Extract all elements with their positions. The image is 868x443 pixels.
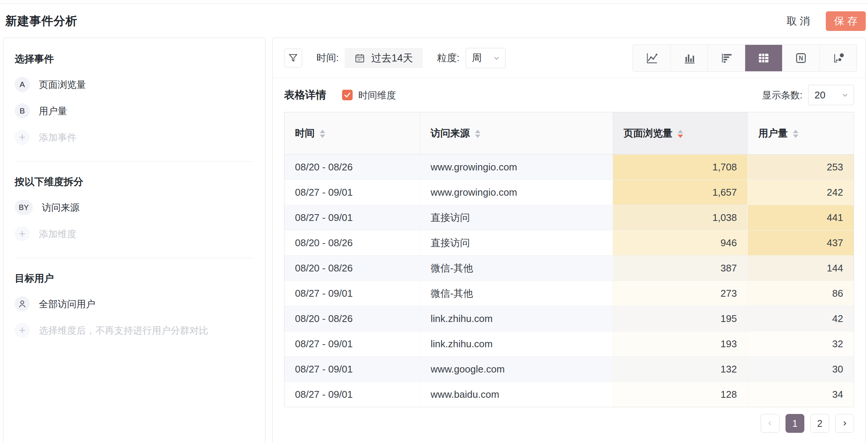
- table-row: 08/20 - 08/26微信-其他387144: [284, 256, 854, 281]
- data-table: 时间访问来源页面浏览量用户量 08/20 - 08/26www.growingi…: [284, 112, 854, 407]
- event-item-b[interactable]: B 用户量: [15, 103, 254, 118]
- cell: 195: [613, 306, 748, 331]
- add-user-segment-button[interactable]: + 选择维度后，不再支持进行用户分群对比: [15, 323, 254, 338]
- topbar: 新建事件分析 取消 保存: [0, 0, 868, 38]
- content: 选择事件 A 页面浏览量 B 用户量 + 添加事件 按以下维度拆分 BY 访问来…: [0, 38, 868, 443]
- cell: 08/20 - 08/26: [284, 230, 420, 256]
- cell: link.zhihu.com: [420, 306, 613, 331]
- save-button[interactable]: 保存: [826, 11, 866, 31]
- cell: 437: [748, 230, 854, 256]
- cell: 242: [748, 180, 854, 205]
- chart-type-number-button[interactable]: N: [782, 45, 819, 71]
- page-size-label: 显示条数:: [762, 89, 802, 101]
- section-title-split-dimension: 按以下维度拆分: [15, 175, 254, 189]
- cell: 08/20 - 08/26: [284, 256, 420, 281]
- cancel-button[interactable]: 取消: [781, 14, 815, 28]
- sort-arrows-icon: [475, 130, 480, 138]
- column-chart-icon: [682, 51, 696, 65]
- event-badge-a: A: [15, 77, 30, 92]
- dimension-item-by[interactable]: BY 访问来源: [15, 200, 254, 215]
- cell: 直接访问: [420, 230, 613, 256]
- table-row: 08/27 - 09/01www.growingio.com1,657242: [284, 180, 854, 205]
- table-header-row: 时间访问来源页面浏览量用户量: [284, 112, 854, 155]
- cell: www.google.com: [420, 357, 613, 382]
- plus-icon: +: [15, 323, 30, 338]
- dimension-label: 访问来源: [42, 201, 79, 214]
- chart-type-column-button[interactable]: [670, 45, 708, 71]
- cell: 微信-其他: [420, 256, 613, 281]
- cell: 08/27 - 09/01: [284, 382, 420, 407]
- cell: 1,038: [613, 205, 748, 230]
- segment-hint-label: 选择维度后，不再支持进行用户分群对比: [39, 324, 208, 337]
- cell: 08/20 - 08/26: [284, 155, 420, 180]
- cell: 193: [613, 331, 748, 357]
- filter-button[interactable]: [284, 49, 302, 67]
- chart-type-scatter-button[interactable]: [819, 45, 857, 71]
- number-card-icon: N: [794, 51, 808, 65]
- table-row: 08/20 - 08/26直接访问946437: [284, 230, 854, 256]
- chart-type-line-button[interactable]: [633, 45, 670, 71]
- chevron-down-icon: [492, 54, 501, 62]
- table-row: 08/20 - 08/26www.growingio.com1,708253: [284, 155, 854, 180]
- cell: 946: [613, 230, 748, 256]
- column-header-2[interactable]: 页面浏览量: [613, 112, 748, 155]
- column-header-1[interactable]: 访问来源: [420, 112, 613, 155]
- add-dimension-label: 添加维度: [39, 228, 76, 240]
- line-chart-icon: [645, 51, 659, 65]
- cell: 42: [748, 306, 854, 331]
- add-dimension-button[interactable]: + 添加维度: [15, 226, 254, 241]
- next-page-button[interactable]: [835, 414, 854, 433]
- column-header-0[interactable]: 时间: [284, 112, 420, 155]
- cell: 86: [748, 281, 854, 306]
- column-header-3[interactable]: 用户量: [748, 112, 854, 155]
- bar-chart-icon: [719, 51, 734, 65]
- plus-icon: +: [15, 226, 30, 241]
- data-table-wrap: 时间访问来源页面浏览量用户量 08/20 - 08/26www.growingi…: [273, 112, 865, 407]
- cell: 1,708: [613, 155, 748, 180]
- event-item-a[interactable]: A 页面浏览量: [15, 77, 254, 92]
- cell: 直接访问: [420, 205, 613, 230]
- table-section-header: 表格详情 时间维度 显示条数: 20: [273, 78, 865, 112]
- cell: 32: [748, 331, 854, 357]
- check-icon: [344, 91, 351, 99]
- time-dimension-label: 时间维度: [358, 89, 396, 101]
- window-top-divider: [0, 3, 868, 4]
- chevron-left-icon: [766, 420, 774, 427]
- section-title-select-event: 选择事件: [15, 52, 254, 66]
- page-button-1[interactable]: 1: [785, 414, 804, 433]
- chevron-right-icon: [841, 420, 848, 427]
- time-dimension-checkbox[interactable]: [342, 90, 353, 100]
- add-event-button[interactable]: + 添加事件: [15, 130, 254, 145]
- add-event-label: 添加事件: [39, 131, 76, 144]
- cell: 08/20 - 08/26: [284, 306, 420, 331]
- cell: 08/27 - 09/01: [284, 281, 420, 306]
- cell: 128: [613, 382, 748, 407]
- sidebar-divider: [15, 258, 253, 258]
- chart-type-table-button[interactable]: [745, 45, 782, 71]
- cell: 1,657: [613, 180, 748, 205]
- cell: www.growingio.com: [420, 155, 613, 180]
- cell: 441: [748, 205, 854, 230]
- date-range-button[interactable]: 过去14天: [345, 48, 423, 68]
- sidebar-divider: [15, 161, 253, 162]
- table-grid-icon: [756, 51, 771, 65]
- cell: 273: [613, 281, 748, 306]
- page-size-select[interactable]: 20: [808, 85, 854, 105]
- cell: 微信-其他: [420, 281, 613, 306]
- cell: 08/27 - 09/01: [284, 331, 420, 357]
- calendar-icon: [355, 53, 365, 63]
- section-title-target-users: 目标用户: [15, 272, 254, 285]
- granularity-select[interactable]: 周: [466, 48, 506, 68]
- page-button-2[interactable]: 2: [810, 414, 829, 433]
- chart-type-bar-button[interactable]: [708, 45, 745, 71]
- svg-text:N: N: [799, 55, 803, 61]
- target-user-item[interactable]: 全部访问用户: [15, 296, 254, 311]
- event-label-b: 用户量: [39, 105, 67, 117]
- cell: 387: [613, 256, 748, 281]
- cell: 08/27 - 09/01: [284, 180, 420, 205]
- prev-page-button[interactable]: [761, 414, 779, 433]
- event-badge-b: B: [15, 103, 30, 118]
- cell: 132: [613, 357, 748, 382]
- sort-arrows-icon: [793, 130, 798, 138]
- cell: www.growingio.com: [420, 180, 613, 205]
